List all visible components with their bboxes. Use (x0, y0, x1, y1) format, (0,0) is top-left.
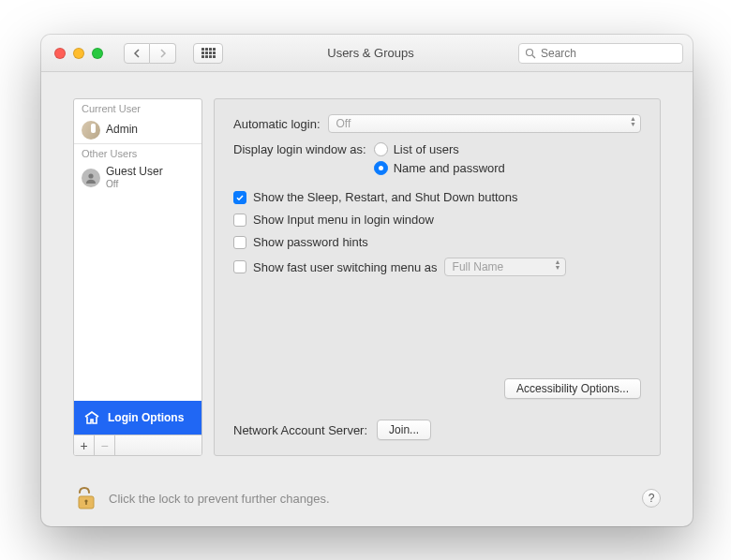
svg-rect-5 (85, 501, 87, 505)
radio-icon (374, 142, 388, 156)
svg-point-2 (88, 173, 93, 178)
fast-switch-value: Full Name (453, 260, 504, 273)
network-account-server-label: Network Account Server: (233, 423, 367, 437)
checkbox-label: Show Input menu in login window (253, 213, 434, 227)
network-account-server-row: Network Account Server: Join... (233, 420, 431, 440)
checkbox-icon (233, 236, 246, 249)
radio-label: List of users (394, 142, 459, 156)
house-icon (83, 409, 100, 426)
nav-segment (124, 43, 176, 64)
radio-name-password[interactable]: Name and password (374, 161, 505, 175)
window-controls (54, 48, 103, 59)
admin-avatar-icon (82, 121, 100, 140)
search-field[interactable] (518, 43, 683, 64)
lock-button[interactable] (73, 485, 99, 511)
user-name: Admin (106, 124, 138, 137)
search-icon (525, 48, 536, 59)
radio-label: Name and password (394, 161, 505, 175)
accessibility-options-button[interactable]: Accessibility Options... (504, 378, 641, 399)
close-window-button[interactable] (54, 48, 66, 59)
automatic-login-popup[interactable]: Off ▲▼ (328, 114, 642, 133)
main-panel: Automatic login: Off ▲▼ Display login wi… (214, 98, 661, 456)
checkbox-label: Show the Sleep, Restart, and Shut Down b… (253, 190, 518, 204)
search-input[interactable] (541, 47, 677, 60)
users-groups-window: Users & Groups Current User Admin Other … (41, 35, 693, 526)
checkbox-icon (233, 191, 246, 204)
checkbox-password-hints[interactable]: Show password hints (233, 235, 641, 249)
add-user-button[interactable]: + (74, 435, 95, 455)
sidebar-item-admin[interactable]: Admin (74, 118, 201, 143)
checkbox-label: Show fast user switching menu as (253, 260, 438, 274)
zoom-window-button[interactable] (92, 48, 103, 59)
remove-user-button[interactable]: − (95, 435, 115, 455)
lock-bar: Click the lock to prevent further change… (73, 483, 661, 513)
window-title: Users & Groups (232, 46, 509, 60)
titlebar: Users & Groups (41, 35, 693, 72)
automatic-login-row: Automatic login: Off ▲▼ (233, 114, 641, 133)
radio-icon (374, 161, 388, 175)
display-login-window-radios: List of users Name and password (374, 142, 505, 175)
sidebar-item-login-options[interactable]: Login Options (74, 401, 201, 435)
checkbox-input-menu[interactable]: Show Input menu in login window (233, 213, 641, 227)
back-button[interactable] (124, 43, 150, 64)
fast-switch-popup: Full Name ▲▼ (444, 258, 566, 276)
user-name: Guest User (106, 166, 163, 179)
checkbox-sleep-restart-shutdown[interactable]: Show the Sleep, Restart, and Shut Down b… (233, 190, 641, 204)
join-button[interactable]: Join... (377, 420, 431, 440)
unlocked-lock-icon (75, 486, 97, 510)
current-user-heading: Current User (74, 99, 201, 118)
automatic-login-label: Automatic login: (233, 117, 321, 131)
checkbox-fast-user-switching[interactable] (233, 260, 246, 273)
login-options-label: Login Options (108, 411, 184, 424)
checkbox-label: Show password hints (253, 235, 368, 249)
display-login-window-label: Display login window as: (233, 142, 366, 156)
chevron-updown-icon: ▲▼ (630, 116, 636, 127)
help-button[interactable]: ? (642, 489, 661, 508)
user-status: Off (106, 179, 163, 190)
display-login-window-row: Display login window as: List of users N… (233, 142, 641, 175)
body: Current User Admin Other Users Guest Use… (41, 72, 693, 456)
guest-avatar-icon (82, 169, 100, 187)
other-users-heading: Other Users (74, 144, 201, 163)
minimize-window-button[interactable] (73, 48, 84, 59)
radio-list-of-users[interactable]: List of users (374, 142, 505, 156)
svg-point-0 (527, 49, 533, 55)
checkbox-fast-user-switching-row: Show fast user switching menu as Full Na… (233, 258, 641, 276)
show-all-button[interactable] (193, 43, 223, 64)
sidebar-footer: + − (74, 435, 201, 455)
checkbox-icon (233, 214, 246, 227)
forward-button[interactable] (150, 43, 176, 64)
sidebar: Current User Admin Other Users Guest Use… (73, 98, 202, 456)
chevron-updown-icon: ▲▼ (555, 259, 561, 271)
automatic-login-value: Off (336, 117, 351, 130)
lock-text: Click the lock to prevent further change… (109, 492, 330, 506)
sidebar-item-guest[interactable]: Guest User Off (74, 163, 201, 193)
svg-line-1 (532, 55, 535, 58)
